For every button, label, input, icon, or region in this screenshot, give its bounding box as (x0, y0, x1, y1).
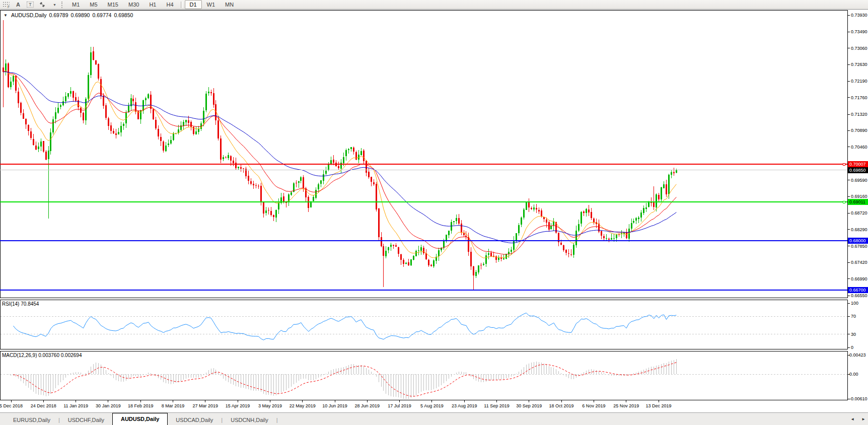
macd-axis-tick: 0.00423 (849, 352, 866, 358)
support-line-green-handle[interactable] (843, 201, 845, 203)
price-axis-tick: 0.67420 (851, 260, 867, 265)
price-axis-tick: 0.68720 (851, 210, 867, 216)
symbol-dropdown-icon[interactable]: ▼ (4, 13, 8, 18)
tab-scroll-left-button[interactable]: ◄ (850, 417, 854, 421)
date-axis-label: 23 Aug 2019 (452, 403, 477, 408)
rsi-line (13, 313, 676, 340)
current-price-line-price-label: 0.69850 (848, 167, 868, 173)
macd-histogram (8, 359, 676, 398)
macd-indicator-label: MACD(12,26,9) 0.003760 0.002694 (2, 352, 82, 358)
price-axis-tick: 0.72190 (851, 79, 867, 84)
date-axis-label: 6 Nov 2019 (582, 403, 605, 408)
date-axis-label: 13 Dec 2019 (645, 403, 671, 408)
chart-tab-usdcad[interactable]: USDCAD,Daily (168, 415, 221, 425)
price-axis-tick: 0.68290 (851, 227, 867, 232)
rsi-axis-tick: 30 (851, 332, 856, 337)
chart-tab-usdcnh[interactable]: USDCNH,Daily (223, 415, 276, 425)
ohlc-close: 0.69850 (114, 12, 133, 18)
rsi-axis-tick: 0 (851, 345, 853, 350)
date-axis-label: 5 Dec 2018 (0, 403, 23, 408)
macd-axis-tick: 0.00 (849, 372, 858, 377)
date-axis-label: 11 Jan 2019 (63, 403, 88, 408)
date-axis-label: 22 May 2019 (290, 403, 316, 408)
chart-window: 0.739300.734900.730600.726300.721900.717… (0, 0, 868, 425)
date-axis-label: 25 Nov 2019 (613, 403, 639, 408)
price-axis-tick: 0.66990 (851, 276, 867, 281)
ohlc-open: 0.69789 (49, 12, 68, 18)
chart-tab-audusd[interactable]: AUDUSD,Daily (112, 413, 168, 425)
ohlc-low: 0.69774 (92, 12, 111, 18)
price-axis-tick: 0.71320 (851, 112, 867, 117)
date-axis-label: 27 Mar 2019 (193, 403, 219, 408)
date-axis-label: 18 Feb 2019 (128, 403, 154, 408)
tab-scroll-right-button[interactable]: ► (861, 417, 865, 421)
macd-axis-tick: -0.00610 (849, 396, 867, 401)
price-axis-tick: 0.70890 (851, 128, 867, 133)
macd-signal-line (13, 363, 676, 396)
date-axis-label: 30 Jan 2019 (96, 403, 121, 408)
date-axis-label: 24 Dec 2018 (31, 403, 56, 408)
resistance-line-red-price-label: 0.70007 (848, 161, 868, 167)
rsi-indicator-label: RSI(14) 70.8454 (2, 301, 39, 307)
price-axis-tick: 0.66550 (851, 293, 867, 298)
date-axis-label: 28 Jun 2019 (355, 403, 380, 408)
date-axis-label: 3 May 2019 (258, 403, 282, 408)
chart-tab-eurusd[interactable]: EURUSD,Daily (5, 415, 58, 425)
date-axis-label: 10 Jun 2019 (322, 403, 347, 408)
chart-tab-usdchf[interactable]: USDCHF,Daily (60, 415, 112, 425)
date-axis-label: 15 Apr 2019 (226, 403, 250, 408)
date-axis-label: 5 Aug 2019 (420, 403, 444, 408)
price-axis-tick: 0.73060 (851, 46, 867, 51)
price-axis-tick: 0.73490 (851, 29, 867, 34)
date-axis-label: 8 Mar 2019 (162, 403, 185, 408)
price-axis-tick: 0.71760 (851, 95, 867, 100)
support-line-blue-1-price-label: 0.68000 (848, 238, 868, 244)
date-axis-label: 18 Oct 2019 (549, 403, 574, 408)
chart-tab-bar: EURUSD,Daily|USDCHF,DailyAUDUSD,DailyUSD… (0, 412, 868, 425)
support-line-blue-2-price-label: 0.66700 (848, 287, 868, 293)
rsi-axis-tick: 100 (851, 301, 858, 306)
support-line-green-price-label: 0.69011 (848, 199, 868, 205)
date-axis-label: 11 Sep 2019 (484, 403, 509, 408)
date-axis-label: 17 Jul 2019 (388, 403, 411, 408)
rsi-axis-tick: 70 (851, 314, 856, 319)
date-axis-label: 30 Sep 2019 (516, 403, 542, 408)
tab-divider: | (276, 415, 278, 425)
price-axis-tick: 0.73930 (851, 13, 867, 18)
chart-title: ▼ AUDUSD,Daily 0.69789 0.69890 0.69774 0… (4, 12, 133, 18)
ohlc-high: 0.69890 (70, 12, 90, 18)
price-axis-tick: 0.69590 (851, 178, 867, 183)
price-axis-tick: 0.69160 (851, 194, 867, 199)
price-axis-tick: 0.72630 (851, 62, 867, 67)
price-axis-tick: 0.67850 (851, 244, 867, 249)
resistance-line-red-handle[interactable] (843, 163, 845, 166)
chart-symbol-label: AUDUSD,Daily (11, 12, 47, 18)
price-axis-tick: 0.70460 (851, 145, 867, 150)
